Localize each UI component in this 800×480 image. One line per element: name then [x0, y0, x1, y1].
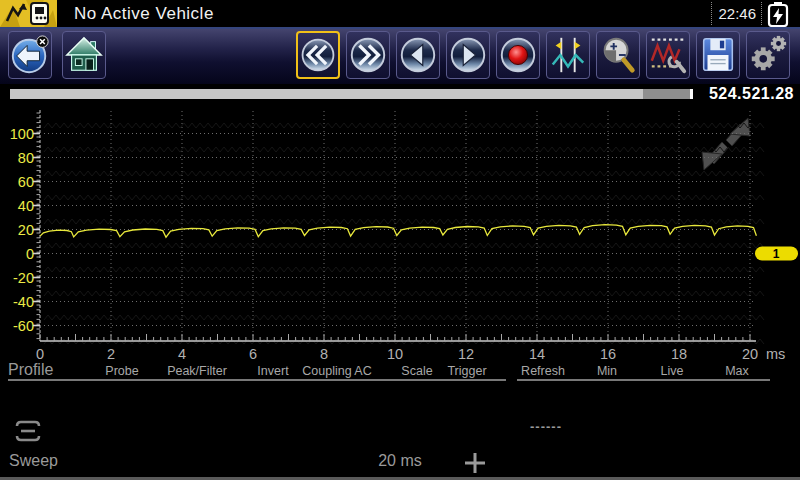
eye-closed-icon[interactable] [13, 416, 45, 448]
save-floppy-icon [697, 32, 739, 78]
settings-button[interactable] [746, 31, 790, 79]
home-button[interactable] [62, 31, 106, 79]
back-button[interactable] [8, 31, 52, 79]
svg-text:ms: ms [766, 346, 785, 362]
buffer-position-label: 524.521.28 [709, 85, 794, 103]
svg-text:80: 80 [18, 150, 34, 166]
channel1-row: Ch1 ------ ------ ------ 20.0 mV ------ … [0, 382, 800, 414]
title-bar: No Active Vehicle 22:46 [0, 0, 800, 27]
waveform-setup-button[interactable] [646, 31, 690, 79]
gears-icon [747, 32, 789, 78]
col-header-min: Min [597, 364, 617, 378]
zoom-button[interactable] [596, 31, 640, 79]
header-underline-left [8, 379, 506, 381]
cursors-icon [547, 32, 589, 78]
col-header-scale: Scale [401, 364, 432, 378]
page-title: No Active Vehicle [74, 4, 214, 24]
clock: 22:46 [718, 5, 756, 22]
zoom-magnifier-icon [597, 32, 639, 78]
waveform-wrench-icon [647, 32, 689, 78]
col-header-live: Live [661, 364, 684, 378]
scope-app-screen: No Active Vehicle 22:46 [0, 0, 800, 480]
svg-text:20: 20 [18, 222, 34, 238]
toolbar [0, 29, 800, 84]
review-scrollbar-row: 524.521.28 [0, 84, 800, 106]
svg-text:1: 1 [773, 247, 780, 261]
svg-text:6: 6 [249, 346, 257, 362]
cursors-button[interactable] [546, 31, 590, 79]
svg-text:8: 8 [320, 346, 328, 362]
step-back-button[interactable] [396, 31, 440, 79]
ch1-trace [40, 225, 756, 238]
skip-to-end-button[interactable] [346, 31, 390, 79]
col-header-max: Max [725, 364, 749, 378]
svg-text:4: 4 [178, 346, 186, 362]
scrollbar-thumb[interactable] [643, 89, 690, 99]
left-arrow-icon [397, 32, 439, 78]
svg-text:16: 16 [600, 346, 616, 362]
sweep-value[interactable]: 20 ms [378, 452, 422, 470]
back-arrow-icon [9, 32, 51, 78]
svg-text:40: 40 [18, 198, 34, 214]
double-right-arrow-icon [347, 32, 389, 78]
profile-label[interactable]: Profile [8, 361, 53, 379]
svg-text:60: 60 [18, 174, 34, 190]
col-header-probe: Probe [105, 364, 138, 378]
double-left-arrow-icon [298, 33, 338, 77]
sweep-label[interactable]: Sweep [9, 452, 58, 470]
refresh-sub-value[interactable]: ------ [530, 419, 562, 434]
skip-to-start-button[interactable] [296, 31, 340, 79]
battery-charging-icon [766, 1, 790, 27]
svg-text:-60: -60 [13, 318, 34, 334]
svg-text:10: 10 [387, 346, 403, 362]
col-header-invert: Invert [257, 364, 288, 378]
col-header-coupling: Coupling AC [302, 364, 372, 378]
col-header-peakfilter: Peak/Filter [167, 364, 227, 378]
col-header-refresh: Refresh [521, 364, 565, 378]
svg-text:12: 12 [458, 346, 474, 362]
svg-text:-20: -20 [13, 270, 34, 286]
scrollbar-track[interactable] [10, 89, 693, 99]
plus-icon[interactable] [462, 450, 488, 476]
right-arrow-icon [447, 32, 489, 78]
record-icon [497, 32, 539, 78]
save-button[interactable] [696, 31, 740, 79]
waveform-plot: 100806040200-20-40-6002468101214161820ms… [0, 106, 800, 362]
svg-text:-40: -40 [13, 294, 34, 310]
svg-text:20: 20 [742, 346, 758, 362]
svg-text:18: 18 [671, 346, 687, 362]
home-icon [63, 32, 105, 78]
svg-text:0: 0 [26, 246, 34, 262]
record-button[interactable] [496, 31, 540, 79]
scrollbar-end-cap [690, 89, 693, 99]
svg-text:14: 14 [529, 346, 545, 362]
svg-text:100: 100 [10, 126, 34, 142]
svg-text:2: 2 [107, 346, 115, 362]
vehicle-data-icon [0, 0, 57, 27]
titlebar-separator [711, 2, 712, 25]
step-forward-button[interactable] [446, 31, 490, 79]
col-header-trigger: Trigger [447, 364, 486, 378]
titlebar-separator [761, 2, 762, 25]
header-underline-right [517, 379, 770, 381]
svg-text:0: 0 [36, 346, 44, 362]
